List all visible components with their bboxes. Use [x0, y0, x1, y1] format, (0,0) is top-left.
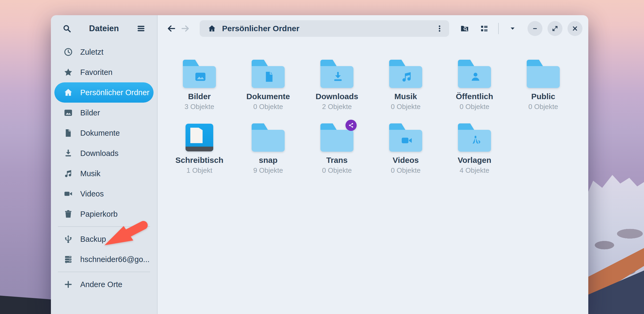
files-window: Dateien ZuletztFavoritenPersönlicher Ord… — [51, 15, 588, 314]
folder-icon — [320, 60, 353, 88]
app-title: Dateien — [89, 24, 119, 33]
file-item-count: 0 Objekte — [391, 103, 420, 111]
music-icon — [63, 169, 73, 178]
kebab-menu-icon[interactable] — [433, 22, 446, 35]
sidebar-devices: Backuphschneider66@go... — [51, 229, 157, 269]
video-emblem-icon — [400, 134, 413, 147]
file-tile-vorlagen[interactable]: Vorlagen4 Objekte — [440, 123, 509, 187]
sidebar-item-dokumente[interactable]: Dokumente — [54, 123, 154, 143]
file-tile-trans[interactable]: Trans0 Objekte — [303, 123, 371, 187]
file-name: Musik — [394, 92, 417, 101]
file-item-count: 0 Objekte — [528, 103, 558, 111]
search-icon[interactable] — [61, 23, 73, 34]
desktop-folder-icon — [183, 123, 216, 152]
file-name: Dokumente — [246, 92, 290, 101]
path-bar[interactable]: Persönlicher Ordner — [200, 20, 449, 37]
download-icon — [63, 148, 73, 158]
file-name: Trans — [326, 155, 348, 165]
toolbar: Persönlicher Ordner — [158, 15, 588, 42]
sidebar-item-label: Dokumente — [80, 129, 120, 138]
view-list-icon[interactable] — [478, 23, 490, 34]
file-tile-dokumente[interactable]: Dokumente0 Objekte — [234, 60, 303, 123]
file-name: Vorlagen — [458, 155, 491, 165]
sidebar-item-label: Downloads — [80, 149, 118, 158]
sidebar-item-label: Andere Orte — [80, 280, 122, 289]
sidebar-item-hschneider66-go[interactable]: hschneider66@go... — [54, 249, 154, 269]
file-item-count: 9 Objekte — [253, 166, 283, 175]
file-item-count: 0 Objekte — [322, 166, 352, 175]
file-item-count: 0 Objekte — [391, 166, 420, 175]
server-icon — [63, 255, 73, 264]
file-tile-schreibtisch[interactable]: Schreibtisch1 Objekt — [165, 123, 234, 187]
sidebar-item-label: Zuletzt — [80, 48, 103, 57]
file-name: snap — [259, 155, 277, 165]
trash-icon — [63, 209, 73, 219]
close-button[interactable] — [567, 21, 582, 36]
person-emblem-icon — [469, 70, 482, 83]
back-button[interactable] — [164, 22, 178, 35]
sidebar-item-pers-nlicher-ordner[interactable]: Persönlicher Ordner — [54, 82, 154, 103]
file-tile-videos[interactable]: Videos0 Objekte — [371, 123, 440, 187]
view-options-dropdown-icon[interactable] — [507, 23, 518, 34]
file-tile-public[interactable]: Public0 Objekte — [509, 60, 578, 123]
clock-icon — [63, 47, 73, 57]
folder-search-icon[interactable] — [459, 23, 470, 34]
folder-icon — [458, 60, 491, 88]
file-grid: Bilder3 ObjekteDokumente0 ObjekteDownloa… — [158, 42, 588, 187]
sidebar-places: ZuletztFavoritenPersönlicher OrdnerBilde… — [51, 42, 157, 224]
sidebar-item-label: Persönlicher Ordner — [80, 88, 150, 97]
file-item-count: 0 Objekte — [253, 103, 283, 111]
usb-icon — [63, 234, 73, 244]
path-label: Persönlicher Ordner — [222, 24, 433, 33]
sidebar-item-andere-orte[interactable]: Andere Orte — [54, 274, 154, 295]
sidebar-item-favoriten[interactable]: Favoriten — [54, 62, 154, 82]
sidebar-header: Dateien — [51, 15, 157, 42]
file-tile-musik[interactable]: Musik0 Objekte — [371, 60, 440, 123]
sidebar-item-bilder[interactable]: Bilder — [54, 103, 154, 123]
forward-button[interactable] — [178, 22, 192, 35]
sidebar-item-musik[interactable]: Musik — [54, 163, 154, 184]
sidebar-separator — [58, 226, 150, 227]
sidebar-item-label: Bilder — [80, 108, 100, 117]
file-name: Bilder — [188, 92, 211, 101]
sidebar-item-videos[interactable]: Videos — [54, 184, 154, 204]
folder-icon — [320, 123, 353, 152]
folder-icon — [183, 60, 216, 88]
document-icon — [63, 128, 73, 138]
sidebar-item-label: hschneider66@go... — [80, 255, 150, 264]
plus-icon — [63, 280, 73, 289]
folder-icon — [527, 60, 560, 88]
minimize-button[interactable] — [528, 21, 542, 36]
file-tile-ffentlich[interactable]: Öffentlich0 Objekte — [440, 60, 509, 123]
sidebar-item-label: Videos — [80, 190, 104, 198]
maximize-button[interactable] — [548, 21, 562, 36]
sidebar-footer: Andere Orte — [51, 274, 157, 295]
sidebar: Dateien ZuletztFavoritenPersönlicher Ord… — [51, 15, 158, 314]
document-emblem-icon — [263, 70, 276, 83]
desktop-wallpaper: Dateien ZuletztFavoritenPersönlicher Ord… — [0, 0, 644, 314]
sidebar-item-backup[interactable]: Backup — [54, 229, 154, 249]
file-item-count: 3 Objekte — [184, 103, 214, 111]
wallpaper-mountains — [587, 171, 644, 314]
toolbar-separator — [498, 23, 499, 34]
file-tile-downloads[interactable]: Downloads2 Objekte — [303, 60, 371, 123]
menu-icon[interactable] — [135, 23, 147, 34]
sidebar-item-papierkorb[interactable]: Papierkorb — [54, 204, 154, 224]
folder-icon — [389, 60, 422, 88]
file-name: Schreibtisch — [175, 155, 223, 165]
file-tile-bilder[interactable]: Bilder3 Objekte — [165, 60, 234, 123]
sidebar-item-zuletzt[interactable]: Zuletzt — [54, 42, 154, 62]
file-item-count: 2 Objekte — [322, 103, 352, 111]
sidebar-item-downloads[interactable]: Downloads — [54, 143, 154, 163]
sidebar-item-label: Favoriten — [80, 68, 112, 77]
file-tile-snap[interactable]: snap9 Objekte — [234, 123, 303, 187]
view-controls — [459, 23, 518, 34]
folder-icon — [389, 123, 422, 152]
folder-icon — [252, 60, 285, 88]
folder-icon — [252, 123, 285, 152]
sidebar-item-label: Papierkorb — [80, 210, 118, 219]
star-icon — [63, 67, 73, 77]
file-name: Videos — [393, 155, 419, 165]
file-item-count: 0 Objekte — [460, 103, 489, 111]
folder-icon — [458, 123, 491, 152]
